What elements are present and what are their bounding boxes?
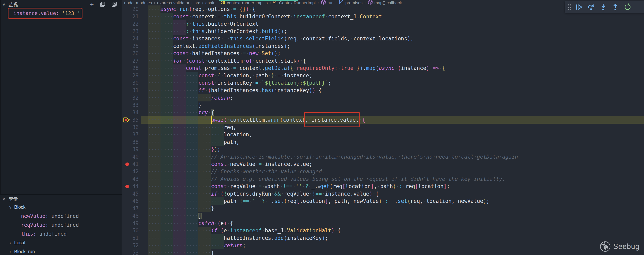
code-line[interactable]: 26········const·haltedInstances·=·new·Se… bbox=[122, 50, 644, 57]
breadcrumb-item[interactable]: src bbox=[194, 0, 200, 5]
code-line[interactable]: 21········const·context·=·this.builderOr… bbox=[122, 13, 644, 20]
code-line-content[interactable]: ························path·!==·''·?·_.… bbox=[141, 198, 644, 205]
code-line-content[interactable]: ····················//·An·instance·is·mu… bbox=[141, 153, 644, 161]
variables-scope-row[interactable]: ∨Block bbox=[0, 203, 122, 212]
code-line[interactable]: 39····················}); bbox=[122, 146, 644, 153]
inline-breakpoint-dot[interactable]: ● bbox=[318, 183, 320, 190]
code-line-content[interactable]: ················try·{ bbox=[141, 109, 644, 116]
editor-gutter[interactable]: 30 bbox=[122, 79, 141, 87]
code-line[interactable]: 43····················//·Avoids·e.g.·und… bbox=[122, 176, 644, 183]
variables-scope-row[interactable]: ›Local bbox=[0, 238, 122, 247]
code-line-content[interactable]: ····················} bbox=[141, 249, 644, 255]
editor-gutter[interactable]: 52 bbox=[122, 242, 141, 249]
breadcrumb-item[interactable]: node_modules bbox=[124, 0, 152, 5]
code-line-content[interactable]: ················catch·(e)·{ bbox=[141, 220, 644, 227]
code-line[interactable]: 33················} bbox=[122, 102, 644, 109]
code-line[interactable]: 45····················if·(!options.dryRu… bbox=[122, 190, 644, 198]
code-line[interactable]: 47····················} bbox=[122, 205, 644, 212]
breakpoint-icon[interactable] bbox=[125, 185, 129, 188]
editor-gutter[interactable]: 33 bbox=[122, 102, 141, 109]
code-line-content[interactable]: ····················if·(!options.dryRun·… bbox=[141, 190, 644, 198]
editor-gutter[interactable]: 39 bbox=[122, 146, 141, 153]
code-line-content[interactable]: ········for·(const·contextItem·of·contex… bbox=[141, 57, 644, 65]
code-line[interactable]: 52························return; bbox=[122, 242, 644, 249]
code-line[interactable]: 41····················const·newValue·=·i… bbox=[122, 160, 644, 168]
code-line-content[interactable]: ················if·(haltedInstances.has(… bbox=[141, 87, 644, 94]
code-line[interactable]: 27········for·(const·contextItem·of·cont… bbox=[122, 57, 644, 65]
code-line[interactable]: 53····················} bbox=[122, 249, 644, 255]
code-line-content[interactable]: ························location, bbox=[141, 131, 644, 138]
code-line-content[interactable]: ····················//·Checks·whether·th… bbox=[141, 168, 644, 176]
code-line[interactable]: 32····················return; bbox=[122, 94, 644, 102]
code-line[interactable]: 31················if·(haltedInstances.ha… bbox=[122, 87, 644, 94]
editor-gutter[interactable]: 53 bbox=[122, 249, 141, 255]
editor-gutter[interactable]: 36 bbox=[122, 124, 141, 131]
code-line[interactable]: 50····················if·(e·instanceof·b… bbox=[122, 227, 644, 234]
breadcrumb-item[interactable]: chain bbox=[205, 0, 216, 5]
editor-gutter[interactable]: 38 bbox=[122, 138, 141, 146]
code-line[interactable]: 37························location, bbox=[122, 131, 644, 138]
code-line-content[interactable]: ························req, bbox=[141, 124, 644, 131]
breadcrumb-item[interactable]: promises bbox=[338, 0, 362, 6]
code-line-content[interactable]: ················} bbox=[141, 212, 644, 220]
code-line[interactable]: 25········context.addFieldInstances(inst… bbox=[122, 42, 644, 50]
code-line[interactable]: 36························req, bbox=[122, 124, 644, 131]
editor-gutter[interactable]: 34 bbox=[122, 109, 141, 116]
editor-gutter[interactable]: 24 bbox=[122, 35, 141, 42]
editor-gutter[interactable]: 48 bbox=[122, 212, 141, 220]
code-line[interactable]: 28············const·promises·=·context.g… bbox=[122, 64, 644, 72]
code-line-content[interactable]: ························haltedInstances.… bbox=[141, 234, 644, 242]
code-line[interactable]: 49················catch·(e)·{ bbox=[122, 220, 644, 227]
editor-gutter[interactable]: 32 bbox=[122, 94, 141, 102]
code-line[interactable]: 51························haltedInstance… bbox=[122, 234, 644, 242]
code-line[interactable]: 24········const·instances·=·this.selectF… bbox=[122, 35, 644, 42]
watch-section-header[interactable]: ∨ 监视 + bbox=[0, 0, 122, 8]
code-line[interactable]: 34················try·{ bbox=[122, 109, 644, 116]
step-into-button[interactable] bbox=[598, 2, 608, 12]
editor-gutter[interactable]: 22 bbox=[122, 20, 141, 28]
breadcrumb-item[interactable]: ContextRunnerImpl bbox=[273, 0, 316, 6]
inline-breakpoint-dot[interactable]: ● bbox=[265, 183, 267, 190]
code-line[interactable]: 38························path, bbox=[122, 138, 644, 146]
code-line-content[interactable]: ········context.addFieldInstances(instan… bbox=[141, 42, 644, 50]
code-line[interactable]: 22············?·this.builderOrContext bbox=[122, 20, 644, 28]
editor-gutter[interactable]: 41 bbox=[122, 160, 141, 168]
breadcrumb-item[interactable]: JScontext-runner-impl.js bbox=[220, 0, 268, 5]
editor-gutter[interactable]: 43 bbox=[122, 176, 141, 183]
variables-item-row[interactable]: this: undefined bbox=[0, 229, 122, 238]
code-line-content[interactable]: ····················await·contextItem.●r… bbox=[141, 116, 644, 124]
code-line-content[interactable]: ····················}); bbox=[141, 146, 644, 153]
code-line[interactable]: 44····················const·reqValue·=·●… bbox=[122, 183, 644, 190]
code-line-content[interactable]: ············const·promises·=·context.get… bbox=[141, 64, 644, 72]
editor-gutter[interactable]: 29 bbox=[122, 72, 141, 80]
remove-all-watch-icon[interactable] bbox=[111, 2, 117, 8]
code-line[interactable]: 42····················//·Checks·whether·… bbox=[122, 168, 644, 176]
step-over-button[interactable] bbox=[586, 2, 596, 12]
editor-gutter[interactable]: 45 bbox=[122, 190, 141, 198]
restart-button[interactable] bbox=[623, 2, 632, 12]
editor-gutter[interactable]: 50 bbox=[122, 227, 141, 234]
editor-gutter[interactable]: 31 bbox=[122, 87, 141, 94]
code-line-content[interactable]: ············:·this.builderOrContext.buil… bbox=[141, 28, 644, 35]
editor-gutter[interactable]: 28 bbox=[122, 64, 141, 72]
code-line-content[interactable]: ····················//·Avoids·e.g.·undef… bbox=[141, 176, 644, 183]
toolbar-gripper-icon[interactable] bbox=[568, 4, 572, 10]
code-line-content[interactable]: ················const·instanceKey·=·`${l… bbox=[141, 79, 644, 87]
code-line-content[interactable]: ····················const·reqValue·=·●pa… bbox=[141, 183, 644, 190]
editor-gutter[interactable]: 25 bbox=[122, 42, 141, 50]
code-line-content[interactable]: ····················} bbox=[141, 205, 644, 212]
editor-gutter[interactable]: 46 bbox=[122, 198, 141, 205]
editor-gutter[interactable]: 51 bbox=[122, 234, 141, 242]
code-line[interactable]: 29················const·{·location,·path… bbox=[122, 72, 644, 80]
editor-gutter[interactable]: 42 bbox=[122, 168, 141, 176]
variables-item-row[interactable]: reqValue: undefined bbox=[0, 220, 122, 229]
editor-gutter[interactable]: 27 bbox=[122, 57, 141, 65]
continue-button[interactable] bbox=[574, 2, 584, 12]
code-line-content[interactable]: ················const·{·location,·path·}… bbox=[141, 72, 644, 80]
code-line-content[interactable]: ········const·instances·=·this.selectFie… bbox=[141, 35, 644, 42]
editor-gutter[interactable]: 35 bbox=[122, 116, 141, 124]
editor-gutter[interactable]: 23 bbox=[122, 28, 141, 35]
step-out-button[interactable] bbox=[611, 2, 620, 12]
editor-gutter[interactable]: 26 bbox=[122, 50, 141, 57]
code-line-content[interactable]: ····················if·(e·instanceof·bas… bbox=[141, 227, 644, 234]
